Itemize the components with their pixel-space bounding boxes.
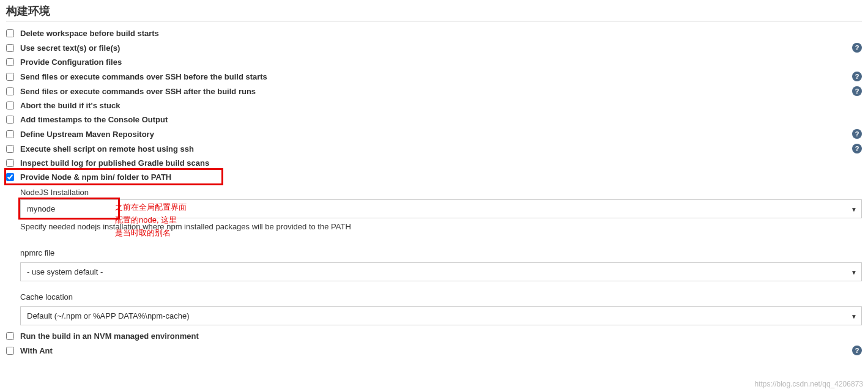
- help-icon[interactable]: ?: [852, 43, 862, 53]
- label-run-nvm: Run the build in an NVM managed environm…: [20, 331, 199, 341]
- nodejs-installation-label: NodeJS Installation: [20, 188, 862, 197]
- option-ssh-after: Send files or execute commands over SSH …: [6, 84, 862, 98]
- checkbox-ssh-after[interactable]: [6, 87, 14, 95]
- nodejs-installation-select[interactable]: mynode: [20, 199, 862, 218]
- checkbox-define-upstream[interactable]: [6, 130, 14, 138]
- checkbox-run-nvm[interactable]: [6, 332, 14, 340]
- help-icon[interactable]: ?: [852, 129, 862, 139]
- checkbox-execute-shell-ssh[interactable]: [6, 145, 14, 153]
- npmrc-select[interactable]: - use system default -: [20, 262, 862, 281]
- label-inspect-gradle: Inspect build log for published Gradle b…: [20, 158, 209, 168]
- checkbox-delete-workspace[interactable]: [6, 29, 14, 37]
- npmrc-label: npmrc file: [20, 248, 862, 257]
- checkbox-abort-stuck[interactable]: [6, 102, 14, 109]
- section-title: 构建环境: [6, 4, 862, 21]
- label-delete-workspace: Delete workspace before build starts: [20, 29, 159, 38]
- option-execute-shell-ssh: Execute shell script on remote host usin…: [6, 141, 862, 156]
- cache-location-select[interactable]: Default (~/.npm or %APP DATA%\npm-cache): [20, 306, 862, 325]
- label-with-ant: With Ant: [20, 346, 53, 355]
- label-use-secret: Use secret text(s) or file(s): [20, 43, 120, 53]
- option-delete-workspace: Delete workspace before build starts: [6, 26, 862, 40]
- checkbox-provide-node[interactable]: [6, 173, 14, 181]
- label-ssh-after: Send files or execute commands over SSH …: [20, 87, 256, 96]
- option-run-nvm: Run the build in an NVM managed environm…: [6, 329, 862, 343]
- label-ssh-before: Send files or execute commands over SSH …: [20, 72, 267, 81]
- label-execute-shell-ssh: Execute shell script on remote host usin…: [20, 144, 194, 153]
- option-with-ant: With Ant ?: [6, 343, 862, 358]
- cache-location-label: Cache location: [20, 292, 862, 301]
- label-provide-node: Provide Node & npm bin/ folder to PATH: [20, 172, 171, 182]
- help-icon[interactable]: ?: [852, 346, 862, 355]
- checkbox-with-ant[interactable]: [6, 347, 14, 355]
- checkbox-ssh-before[interactable]: [6, 73, 14, 81]
- label-define-upstream: Define Upstream Maven Repository: [20, 130, 154, 139]
- nodejs-sub-block: NodeJS Installation mynode ▼ Specify nee…: [6, 188, 862, 325]
- checkbox-use-secret[interactable]: [6, 44, 14, 52]
- option-use-secret: Use secret text(s) or file(s) ?: [6, 40, 862, 55]
- label-add-timestamps: Add timestamps to the Console Output: [20, 115, 168, 124]
- help-icon[interactable]: ?: [852, 72, 862, 81]
- option-inspect-gradle: Inspect build log for published Gradle b…: [6, 156, 862, 170]
- label-provide-config: Provide Configuration files: [20, 57, 122, 67]
- option-provide-config: Provide Configuration files: [6, 55, 862, 69]
- help-icon[interactable]: ?: [852, 144, 862, 153]
- option-ssh-before: Send files or execute commands over SSH …: [6, 69, 862, 84]
- nodejs-installation-hint: Specify needed nodejs installation where…: [20, 222, 862, 231]
- option-add-timestamps: Add timestamps to the Console Output: [6, 113, 862, 127]
- checkbox-add-timestamps[interactable]: [6, 116, 14, 124]
- label-abort-stuck: Abort the build if it's stuck: [20, 101, 120, 110]
- option-abort-stuck: Abort the build if it's stuck: [6, 98, 862, 113]
- help-icon[interactable]: ?: [852, 86, 862, 96]
- checkbox-provide-config[interactable]: [6, 58, 14, 66]
- option-provide-node: Provide Node & npm bin/ folder to PATH: [6, 170, 862, 184]
- option-define-upstream: Define Upstream Maven Repository ?: [6, 127, 862, 141]
- checkbox-inspect-gradle[interactable]: [6, 159, 14, 167]
